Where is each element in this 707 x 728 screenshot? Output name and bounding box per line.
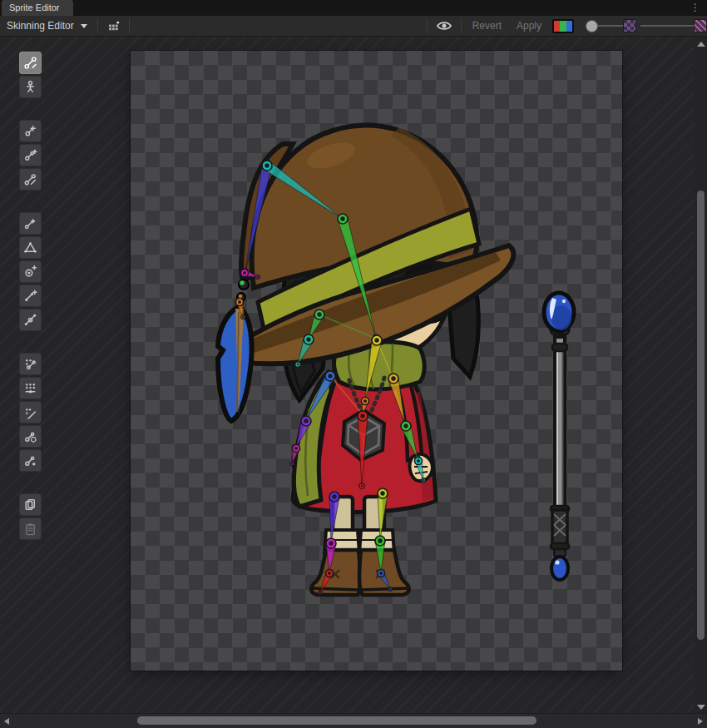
mesh-opacity-slider-track[interactable] xyxy=(640,25,694,27)
scroll-down-arrow-icon[interactable] xyxy=(697,705,705,710)
tool-split-edge-icon[interactable] xyxy=(19,309,42,331)
tool-preview-pose-icon[interactable] xyxy=(19,52,42,74)
tool-edit-joints-icon[interactable] xyxy=(19,120,42,142)
tool-bone-influence-icon[interactable] xyxy=(19,425,42,448)
tool-group xyxy=(19,52,42,98)
color-swatch-icon[interactable] xyxy=(552,19,574,33)
character-sprite xyxy=(131,51,622,671)
horizontal-scrollbar[interactable] xyxy=(0,713,707,728)
skinning-tools-sidebar xyxy=(19,52,42,540)
tool-group xyxy=(19,212,42,331)
kebab-menu-icon[interactable]: ⋮ xyxy=(690,1,700,15)
apply-button[interactable]: Apply xyxy=(509,17,549,35)
tool-split-bone-icon[interactable] xyxy=(19,168,42,191)
staff-sprite xyxy=(544,293,574,580)
mesh-opacity-icon xyxy=(694,19,707,32)
window-tab-bar: Sprite Editor ⋮ xyxy=(0,0,707,16)
tool-group xyxy=(19,353,42,472)
mode-dropdown-label: Skinning Editor xyxy=(7,20,74,32)
tool-create-vertex-icon[interactable] xyxy=(19,260,42,283)
vertical-scrollbar[interactable] xyxy=(695,37,707,714)
mode-dropdown[interactable]: Skinning Editor xyxy=(0,16,94,36)
scroll-left-arrow-icon[interactable] xyxy=(4,718,9,725)
tool-weight-brush-icon[interactable] xyxy=(19,401,42,423)
horizontal-scroll-thumb[interactable] xyxy=(137,716,536,725)
tool-paste-icon[interactable] xyxy=(19,518,42,540)
sprite-editor-window: Sprite Editor ⋮ Skinning Editor xyxy=(0,0,707,728)
toolbar-separator xyxy=(461,18,462,33)
bone-opacity-icon xyxy=(623,19,636,32)
tool-group xyxy=(19,120,42,191)
vertical-scroll-thumb[interactable] xyxy=(697,191,705,640)
visibility-eye-icon[interactable] xyxy=(431,17,457,35)
toolbar-separator xyxy=(129,18,130,33)
tool-auto-weights-icon[interactable] xyxy=(19,353,42,375)
revert-button[interactable]: Revert xyxy=(465,17,509,35)
sprite-canvas[interactable] xyxy=(131,51,622,671)
bone-opacity-slider-track[interactable] xyxy=(598,25,623,27)
tool-auto-geometry-icon[interactable] xyxy=(19,212,42,235)
sprite-atlas-icon[interactable] xyxy=(101,17,126,35)
tool-sprite-influence-icon[interactable] xyxy=(19,449,42,472)
tool-group xyxy=(19,493,42,540)
tool-restore-bind-pose-icon[interactable] xyxy=(19,76,42,98)
tab-sprite-editor[interactable]: Sprite Editor xyxy=(2,0,73,16)
bone-opacity-slider-handle[interactable] xyxy=(586,20,598,32)
tool-edit-geometry-icon[interactable] xyxy=(19,236,42,259)
toolbar: Skinning Editor Revert Apply xyxy=(0,16,707,37)
toolbar-separator xyxy=(97,18,98,33)
scroll-up-arrow-icon[interactable] xyxy=(697,42,705,47)
tool-copy-icon[interactable] xyxy=(19,493,42,516)
scroll-right-arrow-icon[interactable] xyxy=(698,718,703,725)
tool-weight-slider-icon[interactable] xyxy=(19,377,42,399)
tool-create-edge-icon[interactable] xyxy=(19,285,42,307)
tool-create-bone-icon[interactable] xyxy=(19,144,42,166)
skinning-editor-viewport xyxy=(0,37,707,714)
toolbar-separator xyxy=(427,18,428,33)
chevron-down-icon xyxy=(81,24,87,28)
